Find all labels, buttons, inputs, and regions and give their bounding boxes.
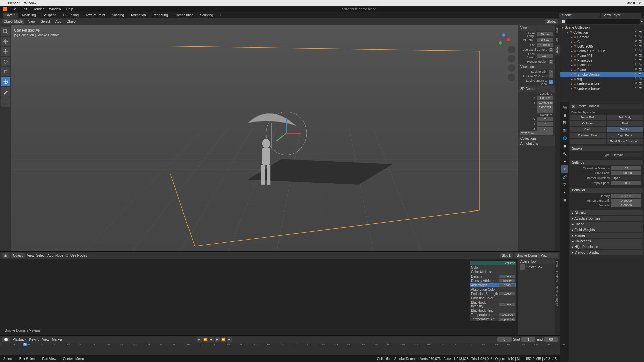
use-local-camera-checkbox[interactable]: ☐ — [549, 48, 553, 52]
shader-menu-select[interactable]: Select — [36, 254, 45, 257]
shader-graph[interactable]: Smoke Domain Material Volume ColorColor … — [0, 259, 560, 335]
lock-camera-checkbox[interactable]: ☑ — [549, 80, 553, 84]
nav-gizmo[interactable] — [496, 32, 512, 48]
use-nodes-checkbox[interactable]: ☑ — [65, 254, 68, 257]
ws-shading[interactable]: Shading — [109, 13, 127, 18]
outliner-type-icon[interactable]: ☰ — [562, 20, 565, 23]
jump-next-key-icon[interactable]: ⏩ — [221, 337, 226, 342]
menu-file[interactable]: File — [9, 7, 18, 11]
physics-btn-empty[interactable] — [570, 139, 606, 144]
section-collections[interactable]: ▸ Collections — [570, 239, 643, 244]
tab-object[interactable]: ▣ — [561, 142, 568, 149]
slot-dropdown[interactable]: Slot 1 — [500, 253, 513, 258]
timeline-view[interactable]: View — [42, 338, 49, 341]
tab-viewlayer[interactable]: 🖼 — [561, 119, 568, 126]
panel-view[interactable]: View — [518, 25, 555, 31]
physics-btn-rigid-body[interactable]: Rigid Body — [607, 133, 643, 138]
section-settings[interactable]: Settings — [570, 160, 643, 165]
ws-sculpting[interactable]: Sculpting — [40, 13, 59, 18]
shader-menu-node[interactable]: Node — [55, 254, 63, 257]
tool-select-box[interactable] — [1, 27, 10, 36]
timeline-marker[interactable]: Marker — [52, 338, 62, 341]
tab-view[interactable]: View — [555, 45, 560, 55]
section-high-resolution[interactable]: ▸ High Resolution — [570, 244, 643, 249]
ws-uv[interactable]: UV Editing — [60, 13, 82, 18]
jump-prev-key-icon[interactable]: ⏪ — [203, 337, 208, 342]
start-frame-field[interactable]: 1 — [521, 337, 535, 342]
node-input-emission-strength[interactable]: Emission Strength0.000 — [470, 292, 516, 296]
section-flames[interactable]: ▸ Flames — [570, 233, 643, 238]
outliner-item[interactable]: ▸▽umbrella frame👁📷 — [560, 86, 644, 91]
tab-constraints[interactable]: 🔗 — [561, 173, 568, 180]
tab-texture[interactable]: ▦ — [561, 196, 568, 203]
outliner-item[interactable]: ▸▽umbrella cover👁📷 — [560, 81, 644, 86]
node-input-absorption-color[interactable]: Absorption Color — [470, 287, 516, 292]
jump-end-icon[interactable]: ⏭ — [227, 337, 232, 342]
section-smoke[interactable]: Smoke — [570, 146, 643, 151]
section-behavior[interactable]: Behavior — [570, 188, 643, 193]
node-input-color-attribute[interactable]: Color Attribute — [470, 270, 516, 274]
jump-start-icon[interactable]: ⏮ — [197, 337, 202, 342]
physics-btn-soft-body[interactable]: Soft Body — [607, 115, 643, 120]
timeline-keying[interactable]: Keying — [29, 338, 40, 341]
shader-node-volume[interactable]: Volume ColorColor AttributeDensity5.000D… — [470, 260, 517, 322]
outliner-item[interactable]: ▸▽tug👁📷 — [560, 77, 644, 81]
tab-scene[interactable]: 🎬 — [561, 127, 568, 134]
outliner-item[interactable]: ▸▽Plane.003👁📷 — [560, 63, 644, 67]
timeline-ruler[interactable]: 0510152025303540455055606570758085909510… — [0, 343, 560, 355]
outliner-root[interactable]: ▾Scene Collection — [560, 25, 644, 30]
mode-dropdown[interactable]: Object Mode — [2, 19, 24, 24]
smoke-type-dropdown[interactable]: Domain — [611, 153, 641, 157]
node-input-density[interactable]: Density5.000 — [470, 274, 516, 279]
tool-move[interactable] — [1, 47, 10, 56]
vp-menu-select[interactable]: Select — [39, 19, 52, 24]
node-input-temperature[interactable]: Temperature1000.000 — [470, 313, 516, 317]
orientation-dropdown[interactable]: Global — [545, 19, 558, 24]
clip-start-field[interactable]: 0.1 m — [537, 38, 553, 42]
section-field-weights[interactable]: ▸ Field Weights — [570, 227, 643, 232]
euler-dropdown[interactable]: XYZ Euler — [520, 131, 553, 135]
lock-object-field[interactable]: ▪ — [549, 70, 553, 74]
density-field[interactable]: -0.00100 — [611, 194, 641, 198]
current-frame-field[interactable]: 5 — [497, 337, 512, 342]
menu-render[interactable]: Render — [31, 7, 46, 11]
vp-menu-view[interactable]: View — [26, 19, 37, 24]
physics-btn-smoke[interactable]: Smoke — [607, 127, 643, 132]
scene-selector[interactable]: Scene — [559, 13, 600, 18]
panel-viewlock[interactable]: View Lock — [518, 64, 555, 69]
panel-collections[interactable]: Collections — [518, 136, 555, 141]
tool-annotate[interactable] — [1, 87, 10, 97]
play-reverse-icon[interactable]: ◀ — [209, 337, 214, 342]
physics-btn-dynamic-paint[interactable]: Dynamic Paint — [570, 133, 606, 138]
timeline-type-icon[interactable]: 🕐 — [2, 337, 10, 342]
cursor-z-field[interactable]: 0.006271 m — [537, 105, 553, 113]
shader-menu-view[interactable]: View — [27, 254, 34, 257]
vp-menu-add[interactable]: Add — [54, 19, 63, 24]
panel-annotations[interactable]: Annotations — [518, 141, 555, 146]
render-region-checkbox[interactable]: ☐ — [549, 60, 553, 64]
tab-world[interactable]: 🌐 — [561, 134, 568, 142]
outliner-item[interactable]: ▸▽Smoke Domain👁📷 — [560, 72, 644, 77]
cursor-y-field[interactable]: -0.04905 m — [537, 101, 553, 105]
timeline-playback[interactable]: Playback — [13, 338, 26, 341]
menu-window[interactable]: Window — [47, 7, 63, 11]
tab-material[interactable]: ● — [561, 188, 568, 196]
focal-length-field[interactable]: 50 mm — [537, 32, 553, 36]
ws-scripting[interactable]: Scripting — [197, 13, 216, 18]
play-icon[interactable]: ▶ — [215, 337, 220, 342]
local-camera-select[interactable]: Cam — [537, 54, 553, 58]
end-frame-field[interactable]: 60 — [544, 337, 558, 342]
node-input-density-attribute[interactable]: Density Attributedensity — [470, 279, 516, 283]
panel-3dcursor[interactable]: 3D Cursor — [518, 86, 555, 92]
pan-icon[interactable] — [508, 55, 515, 62]
vp-menu-object[interactable]: Object — [65, 19, 78, 24]
outliner-search-input[interactable] — [566, 19, 640, 24]
section-viewport-display[interactable]: ▸ Viewport Display — [570, 250, 643, 255]
mac-window-menu[interactable]: Window — [24, 1, 36, 5]
outliner-tree[interactable]: ▾Scene Collection ▸▽Collection👁📷▸▽Camera… — [560, 25, 644, 102]
tab-tool[interactable]: Tool — [555, 36, 560, 45]
node-input-blackbody-tint[interactable]: Blackbody Tint — [470, 308, 516, 313]
temp-diff-field[interactable]: 0.10000 — [611, 199, 641, 203]
shader-type-icon[interactable]: ◉ — [2, 253, 9, 258]
lock-3dcursor-checkbox[interactable]: ☐ — [549, 74, 553, 78]
